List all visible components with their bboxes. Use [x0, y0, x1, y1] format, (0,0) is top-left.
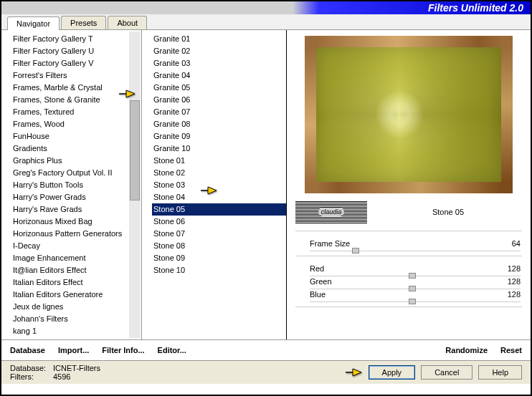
watermark-stamp: claudia: [295, 201, 367, 223]
help-button[interactable]: Help: [478, 365, 522, 380]
category-item[interactable]: I-Decay: [11, 240, 141, 252]
slider-thumb[interactable]: [352, 248, 359, 253]
filter-item[interactable]: Stone 06: [152, 216, 286, 228]
randomize-link[interactable]: Randomize: [445, 346, 488, 354]
filter-item[interactable]: Stone 09: [152, 252, 286, 264]
category-item[interactable]: Filter Factory Gallery T: [11, 33, 141, 45]
category-item[interactable]: kang 1: [11, 325, 141, 337]
status-filters-label: Filters:: [10, 372, 50, 381]
cancel-button[interactable]: Cancel: [421, 365, 472, 380]
status-db-value: ICNET-Filters: [53, 364, 100, 372]
category-item[interactable]: Image Enhancement: [11, 252, 141, 264]
param-blue[interactable]: Blue 128: [295, 288, 522, 301]
category-item[interactable]: Harry's Button Tools: [11, 179, 141, 191]
current-filter-name: Stone 05: [374, 208, 522, 216]
preview-image: [305, 36, 513, 193]
title-bar: Filters Unlimited 2.0: [1, 1, 531, 14]
filter-item[interactable]: Granite 02: [152, 45, 286, 57]
tab-bar: Navigator Presets About: [1, 14, 531, 30]
category-item[interactable]: Harry's Power Grads: [11, 191, 141, 203]
slider-thumb[interactable]: [409, 299, 416, 304]
editor-link[interactable]: Editor...: [158, 346, 186, 354]
param-label: Blue: [310, 290, 326, 299]
category-item[interactable]: Frames, Stone & Granite: [11, 94, 141, 106]
status-bar: Database:ICNET-Filters Filters:4596 Appl…: [1, 360, 531, 384]
filter-item[interactable]: Granite 05: [152, 82, 286, 94]
filter-item[interactable]: Granite 09: [152, 130, 286, 143]
apply-button[interactable]: Apply: [369, 365, 416, 380]
category-item[interactable]: Johann's Filters: [11, 313, 141, 325]
status-filters-value: 4596: [53, 372, 70, 381]
scroll-thumb[interactable]: [130, 100, 140, 201]
category-item[interactable]: Frames, Textured: [11, 106, 141, 118]
category-item[interactable]: Horizonaus Mixed Bag: [11, 216, 141, 228]
parameters-panel: Frame Size 64 Red 128 Green 128 Blue 128: [295, 231, 522, 307]
dialog-buttons: Apply Cancel Help: [344, 364, 522, 381]
param-frame-size[interactable]: Frame Size 64: [295, 237, 522, 250]
filter-item[interactable]: Granite 01: [152, 33, 286, 45]
filter-column: Granite 01Granite 02Granite 03Granite 04…: [142, 30, 287, 339]
filter-item[interactable]: Granite 08: [152, 118, 286, 130]
filter-item[interactable]: Stone 03: [152, 179, 286, 191]
filter-info-link[interactable]: Filter Info...: [102, 346, 144, 354]
category-item[interactable]: Filter Factory Gallery U: [11, 45, 141, 57]
filter-item[interactable]: Stone 04: [152, 191, 286, 203]
database-link[interactable]: Database: [10, 346, 45, 354]
param-value: 128: [508, 290, 521, 299]
category-item[interactable]: Jeux de lignes: [11, 301, 141, 313]
hand-pointer-icon: [344, 366, 363, 379]
category-scrollbar[interactable]: [129, 32, 141, 338]
param-value: 128: [508, 277, 521, 286]
category-item[interactable]: Gradients: [11, 143, 141, 155]
status-db-label: Database:: [10, 364, 50, 372]
reset-link[interactable]: Reset: [500, 346, 522, 354]
filter-list[interactable]: Granite 01Granite 02Granite 03Granite 04…: [142, 30, 286, 339]
category-item[interactable]: Harry's Rave Grads: [11, 203, 141, 216]
param-red[interactable]: Red 128: [295, 262, 522, 275]
app-title: Filters Unlimited 2.0: [428, 2, 523, 14]
preview-column: claudia Stone 05 Frame Size 64 Red 128 G…: [287, 30, 531, 339]
category-item[interactable]: Graphics Plus: [11, 155, 141, 167]
category-item[interactable]: Forrest's Filters: [11, 69, 141, 82]
category-item[interactable]: It@lian Editors Effect: [11, 264, 141, 276]
category-item[interactable]: Italian Editors Generatore: [11, 289, 141, 301]
category-item[interactable]: Frames, Wood: [11, 118, 141, 130]
filter-item[interactable]: Granite 10: [152, 143, 286, 155]
filter-item[interactable]: Stone 07: [152, 228, 286, 240]
category-column: Filter Factory Gallery TFilter Factory G…: [1, 30, 142, 339]
filter-item[interactable]: Granite 03: [152, 57, 286, 69]
filter-item[interactable]: Stone 02: [152, 167, 286, 179]
main-area: Filter Factory Gallery TFilter Factory G…: [1, 30, 531, 339]
param-label: Frame Size: [310, 239, 350, 248]
category-item[interactable]: Filter Factory Gallery V: [11, 57, 141, 69]
category-item[interactable]: Greg's Factory Output Vol. II: [11, 167, 141, 179]
param-label: Red: [310, 264, 324, 273]
param-value: 64: [512, 239, 521, 248]
filter-item[interactable]: Granite 04: [152, 69, 286, 82]
filter-item[interactable]: Stone 08: [152, 240, 286, 252]
param-green[interactable]: Green 128: [295, 275, 522, 288]
tab-about[interactable]: About: [108, 16, 147, 29]
filter-item[interactable]: Granite 07: [152, 106, 286, 118]
tab-navigator[interactable]: Navigator: [7, 16, 60, 30]
filter-item[interactable]: Granite 06: [152, 94, 286, 106]
category-item[interactable]: Italian Editors Effect: [11, 276, 141, 289]
param-value: 128: [508, 264, 521, 273]
tab-presets[interactable]: Presets: [61, 16, 106, 29]
filter-item[interactable]: Stone 01: [152, 155, 286, 167]
filter-item[interactable]: Stone 10: [152, 264, 286, 276]
bottom-link-bar: Database Import... Filter Info... Editor…: [1, 339, 531, 360]
category-list[interactable]: Filter Factory Gallery TFilter Factory G…: [1, 30, 141, 339]
category-item[interactable]: FunHouse: [11, 130, 141, 143]
category-item[interactable]: Horizonaus Pattern Generators: [11, 228, 141, 240]
param-label: Green: [310, 277, 332, 286]
import-link[interactable]: Import...: [58, 346, 89, 354]
category-item[interactable]: Frames, Marble & Crystal: [11, 82, 141, 94]
filter-title-row: claudia Stone 05: [295, 201, 522, 223]
filter-item[interactable]: Stone 05: [152, 203, 286, 216]
